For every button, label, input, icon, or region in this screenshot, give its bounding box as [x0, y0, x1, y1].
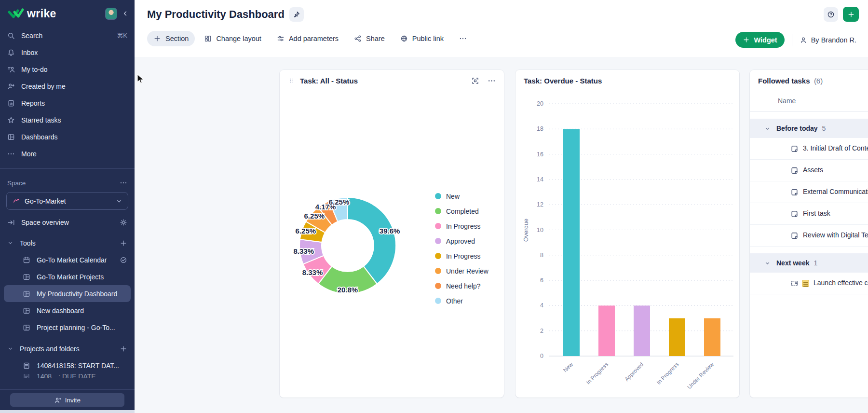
- sidebar-item-dashboards[interactable]: .f{fill:currentColor;stroke:none}.w{fill…: [0, 128, 135, 145]
- sidebar-item-new-dashboard[interactable]: .f{fill:currentColor;stroke:none}.w{fill…: [0, 302, 135, 319]
- donut-legend: NewCompletedIn ProgressApprovedIn Progre…: [435, 189, 488, 308]
- add-section-button[interactable]: .f{fill:currentColor;stroke:none}.w{fill…: [147, 31, 195, 46]
- legend-item[interactable]: Need help?: [435, 278, 488, 293]
- legend-dot: [435, 268, 441, 274]
- legend-item[interactable]: Approved: [435, 234, 488, 248]
- legend-item[interactable]: In Progress: [435, 219, 488, 234]
- task-row[interactable]: .f{fill:currentColor;stroke:none}.w{fill…: [750, 203, 868, 225]
- sidebar-item-starred-tasks[interactable]: .f{fill:currentColor;stroke:none}.w{fill…: [0, 111, 135, 128]
- dashboard-toolbar: .f{fill:currentColor;stroke:none}.w{fill…: [147, 31, 473, 46]
- legend-item[interactable]: Under Review: [435, 263, 488, 278]
- legend-item[interactable]: Other: [435, 293, 488, 308]
- bar-1[interactable]: [598, 305, 615, 356]
- dashboard-owner[interactable]: .f{fill:currentColor;stroke:none}.w{fill…: [800, 36, 856, 44]
- sidebar-item-inbox[interactable]: .f{fill:currentColor;stroke:none}.w{fill…: [0, 44, 135, 61]
- chevron-down-icon: .f{fill:currentColor;stroke:none}.w{fill…: [764, 260, 771, 266]
- public-link-button[interactable]: .f{fill:currentColor;stroke:none}.w{fill…: [394, 31, 450, 46]
- user-avatar[interactable]: [105, 8, 117, 20]
- add-tool-icon[interactable]: .f{fill:currentColor;stroke:none}.w{fill…: [120, 239, 127, 247]
- widget-title: Task: Overdue - Status: [524, 77, 602, 85]
- sidebar-item-project[interactable]: .f{fill:currentColor;stroke:none}.w{fill…: [0, 357, 135, 374]
- space-icon: .f{fill:currentColor;stroke:none}.w{fill…: [12, 197, 20, 205]
- sidebar-item-space-overview[interactable]: .f{fill:currentColor;stroke:none}.w{fill…: [0, 214, 135, 231]
- change-layout-button[interactable]: .f{fill:currentColor;stroke:none}.w{fill…: [198, 31, 268, 46]
- invite-button[interactable]: .f{fill:currentColor;stroke:none}.w{fill…: [10, 393, 124, 407]
- donut-label: 6.25%: [296, 227, 316, 235]
- legend-label: Approved: [446, 237, 475, 245]
- add-parameters-button[interactable]: .f{fill:currentColor;stroke:none}.w{fill…: [271, 31, 345, 46]
- expand-widget-icon[interactable]: .f{fill:currentColor;stroke:none}.w{fill…: [471, 77, 479, 85]
- task-row[interactable]: .f{fill:currentColor;stroke:none}.w{fill…: [750, 181, 868, 203]
- sidebar-item-my-to-do[interactable]: .f{fill:currentColor;stroke:none}.w{fill…: [0, 61, 135, 78]
- help-icon: .f{fill:currentColor;stroke:none}.w{fill…: [827, 11, 835, 18]
- task-row[interactable]: .f{fill:currentColor;stroke:none}.w{fill…: [750, 225, 868, 247]
- widget-more-icon[interactable]: .f{fill:currentColor;stroke:none}.w{fill…: [488, 77, 496, 85]
- sidebar-item-my-productivity-dashboard[interactable]: .f{fill:currentColor;stroke:none}.w{fill…: [4, 285, 131, 302]
- task-row[interactable]: .f{fill:currentColor;stroke:none}.w{fill…: [750, 138, 868, 160]
- sidebar-nav: .f{fill:currentColor;stroke:none}.w{fill…: [0, 44, 135, 162]
- sidebar-group-projects[interactable]: .f{fill:currentColor;stroke:none}.w{fill…: [0, 340, 135, 357]
- bar-3[interactable]: [669, 318, 685, 356]
- legend-item[interactable]: In Progress: [435, 248, 488, 263]
- task-row[interactable]: .f{fill:currentColor;stroke:none}.w{fill…: [750, 160, 868, 181]
- legend-dot: [435, 208, 441, 214]
- drag-handle-icon[interactable]: .f{fill:currentColor;stroke:none}.w{fill…: [288, 77, 295, 84]
- person-icon: .f{fill:currentColor;stroke:none}.w{fill…: [800, 36, 807, 44]
- divider: [792, 34, 792, 46]
- group-header-before-today[interactable]: .f{fill:currentColor;stroke:none}.w{fill…: [750, 119, 868, 138]
- bar-4[interactable]: [704, 318, 720, 356]
- add-project-icon[interactable]: .f{fill:currentColor;stroke:none}.w{fill…: [120, 345, 127, 353]
- help-button[interactable]: .f{fill:currentColor;stroke:none}.w{fill…: [824, 7, 838, 22]
- owner-label: By Brandon R.: [811, 36, 856, 44]
- pin-button[interactable]: .f{fill:currentColor;stroke:none}.w{fill…: [289, 7, 304, 22]
- column-name[interactable]: Name: [778, 97, 796, 105]
- global-add-button[interactable]: .f{fill:currentColor;stroke:none}.w{fill…: [843, 7, 859, 22]
- sidebar-item-reports[interactable]: .f{fill:currentColor;stroke:none}.w{fill…: [0, 95, 135, 111]
- space-section-label: Space: [7, 179, 26, 187]
- y-tick-label: 20: [537, 100, 543, 107]
- add-widget-button[interactable]: .f{fill:currentColor;stroke:none}.w{fill…: [735, 32, 784, 48]
- plus-icon: .f{fill:currentColor;stroke:none}.w{fill…: [153, 35, 161, 42]
- task-name: 3. Initial Draft of Content: [803, 144, 868, 152]
- chevron-down-icon: .f{fill:currentColor;stroke:none}.w{fill…: [7, 240, 14, 246]
- task-name: Launch effective camp: [814, 279, 868, 287]
- legend-item[interactable]: Completed: [435, 204, 488, 219]
- doc-icon: .f{fill:currentColor;stroke:none}.w{fill…: [790, 145, 799, 153]
- sidebar: wrike .f{fill:currentColor;stroke:none}.…: [0, 0, 135, 413]
- task-row[interactable]: .f{fill:currentColor;stroke:none}.w{fill…: [750, 273, 868, 294]
- section-label: Section: [165, 35, 189, 42]
- table-header: Name .f{fill:currentColor;stroke:none}.w…: [750, 91, 868, 112]
- legend-label: Under Review: [446, 267, 488, 275]
- sidebar-item-search[interactable]: .f{fill:currentColor;stroke:none}.w{fill…: [0, 27, 135, 44]
- sidebar-item-created-by-me[interactable]: .f{fill:currentColor;stroke:none}.w{fill…: [0, 78, 135, 95]
- legend-item[interactable]: New: [435, 189, 488, 204]
- sidebar-group-tools[interactable]: .f{fill:currentColor;stroke:none}.w{fill…: [0, 234, 135, 251]
- tools-list: .f{fill:currentColor;stroke:none}.w{fill…: [0, 251, 135, 336]
- space-selector[interactable]: .f{fill:currentColor;stroke:none}.w{fill…: [6, 192, 128, 210]
- gear-icon[interactable]: .f{fill:currentColor;stroke:none}.w{fill…: [120, 219, 127, 226]
- dashboards-icon: .f{fill:currentColor;stroke:none}.w{fill…: [23, 290, 30, 298]
- sidebar-item-go-to-market-projects[interactable]: .f{fill:currentColor;stroke:none}.w{fill…: [0, 268, 135, 285]
- share-button[interactable]: .f{fill:currentColor;stroke:none}.w{fill…: [348, 31, 391, 46]
- chevron-down-icon: .f{fill:currentColor;stroke:none}.w{fill…: [116, 198, 122, 205]
- share-label: Share: [366, 35, 385, 42]
- legend-dot: [435, 253, 441, 259]
- bar-0[interactable]: [563, 129, 580, 356]
- bar-2[interactable]: [634, 305, 650, 356]
- sidebar-item-project-planning-go-to-[interactable]: .f{fill:currentColor;stroke:none}.w{fill…: [0, 319, 135, 336]
- sidebar-scrollbar[interactable]: [0, 410, 135, 413]
- legend-label: Need help?: [446, 282, 481, 290]
- toolbar-more-button[interactable]: .f{fill:currentColor;stroke:none}.w{fill…: [453, 31, 473, 46]
- invite-label: Invite: [65, 397, 81, 404]
- group-header-next-week[interactable]: .f{fill:currentColor;stroke:none}.w{fill…: [750, 253, 868, 273]
- sidebar-collapse-icon[interactable]: .f{fill:currentColor;stroke:none}.w{fill…: [122, 10, 129, 17]
- legend-dot: [435, 238, 441, 244]
- sidebar-item-more[interactable]: .f{fill:currentColor;stroke:none}.w{fill…: [0, 145, 135, 162]
- sidebar-item-label: Go-To Market Projects: [37, 273, 104, 281]
- table-body: .f{fill:currentColor;stroke:none}.w{fill…: [750, 119, 868, 294]
- sidebar-item-project[interactable]: .f{fill:currentColor;stroke:none}.w{fill…: [0, 374, 135, 378]
- sidebar-item-go-to-market-calendar[interactable]: .f{fill:currentColor;stroke:none}.w{fill…: [0, 251, 135, 268]
- doc-icon: .f{fill:currentColor;stroke:none}.w{fill…: [790, 188, 799, 196]
- widget-task-all-status: .f{fill:currentColor;stroke:none}.w{fill…: [280, 70, 504, 398]
- space-more-icon[interactable]: .f{fill:currentColor;stroke:none}.w{fill…: [120, 179, 127, 187]
